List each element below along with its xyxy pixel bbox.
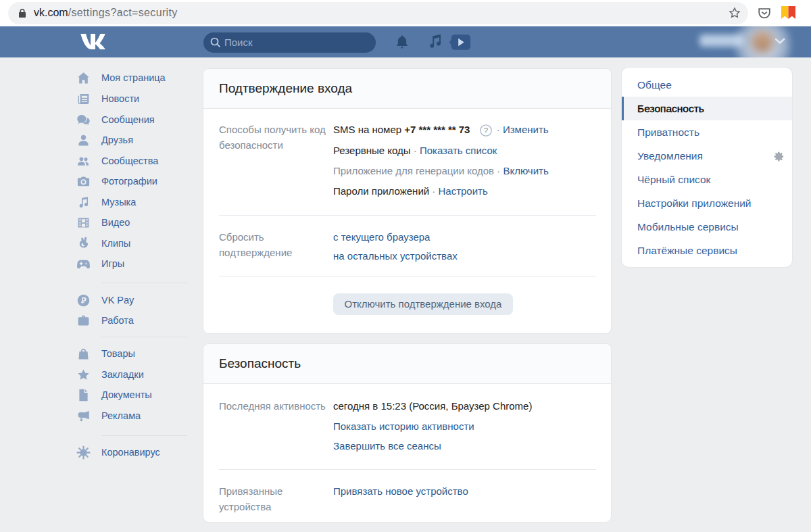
svg-text:?: ? [483,126,487,135]
